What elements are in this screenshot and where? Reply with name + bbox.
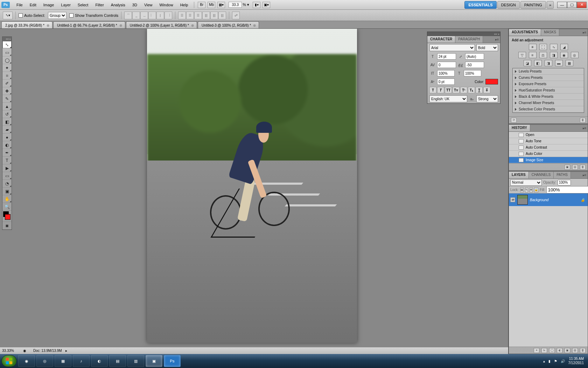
layer-name[interactable]: Background [530, 198, 548, 202]
opacity-field[interactable] [558, 180, 571, 185]
auto-select-mode[interactable]: Group [48, 12, 66, 19]
history-step[interactable]: Auto Tone [509, 138, 588, 144]
menu-file[interactable]: File [13, 2, 26, 8]
view-extras-icon[interactable]: ▦▾ [217, 2, 225, 8]
document-tab[interactable]: 2.jpg @ 33.3% (RGB/8) *⊗ [1, 21, 52, 28]
tab-history[interactable]: HISTORY [509, 125, 530, 131]
menu-window[interactable]: Window [156, 2, 176, 8]
superscript[interactable]: T¹ [460, 87, 467, 93]
trash-icon[interactable]: 🗑 [580, 348, 586, 353]
close-tab-icon[interactable]: ⊗ [191, 23, 194, 27]
document-tab[interactable]: Untitled-2 @ 100% (Layer 1, RGB/8) *⊗ [126, 21, 197, 28]
dist-left[interactable]: ||| [202, 12, 210, 19]
window-maximize[interactable]: ▢ [567, 2, 577, 8]
window-close[interactable]: ✕ [577, 2, 587, 8]
menu-3d[interactable]: 3D [129, 2, 140, 8]
status-arrow-icon[interactable]: ▸ [65, 349, 67, 353]
lasso-tool[interactable]: ◯ [2, 56, 12, 64]
hand-tool[interactable]: ✋ [2, 195, 12, 203]
small-caps[interactable]: Tᴛ [453, 87, 460, 93]
current-tool-icon[interactable]: ⤡▾ [3, 12, 13, 19]
panel-menu-icon[interactable]: ▸≡ [581, 29, 588, 36]
zoom-tool[interactable]: 🔍 [2, 203, 12, 211]
gradient-map-icon[interactable]: ▬ [555, 60, 563, 66]
threshold-icon[interactable]: ◨ [545, 60, 552, 66]
preset-item[interactable]: Channel Mixer Presets [513, 100, 584, 106]
quick-mask-toggle[interactable]: ◙ [2, 222, 12, 230]
menu-view[interactable]: View [141, 2, 156, 8]
blend-mode-select[interactable]: Normal [510, 179, 542, 186]
font-size-field[interactable] [437, 53, 456, 60]
menu-analysis[interactable]: Analysis [108, 2, 128, 8]
lock-paint-icon[interactable]: ✎ [525, 188, 528, 192]
dist-right[interactable]: ||| [218, 12, 226, 19]
history-new-icon[interactable]: ▤ [572, 165, 578, 170]
lock-all-icon[interactable]: 🔒 [534, 188, 538, 192]
history-step[interactable]: Open [509, 132, 588, 138]
workspace-more[interactable]: » [547, 1, 554, 9]
auto-select-checkbox[interactable]: Auto-Select: [19, 13, 45, 18]
adjust-toggle-icon[interactable]: ⟳ [511, 118, 517, 123]
status-zoom[interactable]: 33.33% [2, 349, 20, 353]
exposure-icon[interactable]: ◢ [560, 44, 568, 50]
tray-arrow-icon[interactable]: ▴ [543, 359, 545, 363]
history-brush-tool[interactable]: ↺ [2, 110, 12, 118]
arrange-docs-icon[interactable]: ▮▾ [253, 2, 260, 8]
align-right[interactable]: ⎹ [164, 12, 172, 19]
menu-edit[interactable]: Edit [27, 2, 40, 8]
workspace-design[interactable]: DESIGN [497, 1, 520, 9]
history-step-current[interactable]: Image Size [509, 157, 588, 163]
faux-bold[interactable]: T [429, 87, 436, 93]
link-layers-icon[interactable]: ⚭ [534, 348, 539, 353]
curves-icon[interactable]: ∿ [550, 44, 558, 50]
close-tab-icon[interactable]: ⊗ [253, 23, 256, 27]
photo-filter-icon[interactable]: ◉ [560, 52, 568, 58]
workspace-essentials[interactable]: ESSENTIALS [464, 1, 496, 9]
quick-select-tool[interactable]: ✦ [2, 64, 12, 72]
status-doc-size[interactable]: Doc: 13.9M/13.9M [33, 349, 62, 353]
history-step[interactable]: Auto Color [509, 151, 588, 157]
brightness-icon[interactable]: ☀ [529, 44, 537, 50]
brush-tool[interactable]: ✎ [2, 95, 12, 103]
adjust-trash-icon[interactable]: 🗑 [580, 118, 586, 123]
align-hcenter[interactable]: | [156, 12, 164, 19]
all-caps[interactable]: TT [445, 87, 452, 93]
eyedropper-tool[interactable]: ✐ [2, 80, 12, 87]
taskbar-firefox[interactable]: ◎ [36, 355, 53, 367]
tab-masks[interactable]: MASKS [541, 29, 559, 36]
fx-icon[interactable]: fx [541, 348, 547, 353]
vscale-field[interactable] [437, 70, 455, 76]
channel-mixer-icon[interactable]: ◎ [571, 52, 579, 58]
dist-top[interactable]: ☰ [178, 12, 186, 19]
hscale-field[interactable] [464, 70, 481, 76]
preset-item[interactable]: Levels Presets [513, 68, 584, 75]
menu-filter[interactable]: Filter [92, 2, 107, 8]
preset-item[interactable]: Selective Color Presets [513, 106, 584, 113]
font-style-select[interactable]: Bold [476, 44, 498, 51]
window-minimize[interactable]: — [557, 2, 567, 8]
align-left[interactable]: ⎸ [148, 12, 156, 19]
align-bottom[interactable]: ⎵ [140, 12, 148, 19]
tab-channels[interactable]: CHANNELS [529, 172, 554, 178]
adj-layer-icon[interactable]: ◐ [557, 348, 562, 353]
color-balance-icon[interactable]: ⚖ [539, 52, 547, 58]
fill-field[interactable] [546, 186, 588, 193]
workspace-painting[interactable]: PAINTING [520, 1, 546, 9]
align-top[interactable]: ⎴ [124, 12, 132, 19]
crop-tool[interactable]: ⌗ [2, 72, 12, 80]
character-panel[interactable]: ««× CHARACTER PARAGRAPH ▸≡ Arial Bold T … [427, 32, 500, 104]
path-select-tool[interactable]: ▶ [2, 164, 12, 172]
screen-mode-icon[interactable]: ▣▾ [262, 2, 270, 8]
3d-tool[interactable]: ◔ [2, 180, 12, 188]
menu-image[interactable]: Image [40, 2, 57, 8]
invert-icon[interactable]: ◪ [524, 60, 531, 66]
font-family-select[interactable]: Arial [429, 44, 475, 51]
gradient-tool[interactable]: ▰ [2, 126, 12, 134]
status-icon[interactable]: ◉ [23, 349, 26, 353]
posterize-icon[interactable]: ◧ [534, 60, 542, 66]
kerning-field[interactable] [437, 62, 456, 68]
tab-paragraph[interactable]: PARAGRAPH [455, 36, 483, 43]
close-tab-icon[interactable]: ⊗ [119, 23, 122, 27]
3d-camera-tool[interactable]: ▣ [2, 188, 12, 195]
tracking-field[interactable] [465, 62, 484, 68]
